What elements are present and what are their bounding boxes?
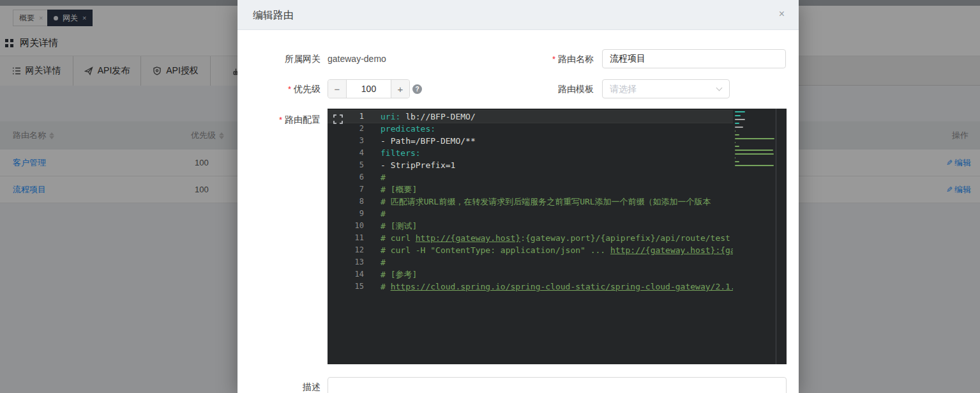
minimap-line [735, 157, 735, 158]
modal-header: 编辑路由 × [237, 0, 799, 30]
code-editor[interactable]: 1uri: lb://BFP-DEMO/2predicates:3- Path=… [328, 109, 787, 364]
increment-button[interactable]: + [391, 80, 409, 98]
minimap-line [735, 119, 745, 120]
code-line: 6# [328, 171, 733, 183]
code-line: 9# [328, 208, 733, 220]
template-select[interactable]: 请选择 [602, 79, 730, 98]
gateway-field-value: gateway-demo [328, 49, 386, 68]
close-icon[interactable]: × [779, 8, 785, 20]
modal-title: 编辑路由 [253, 9, 294, 22]
decrement-button[interactable]: − [328, 80, 346, 98]
minimap-line [735, 153, 774, 155]
select-placeholder: 请选择 [610, 84, 637, 94]
line-number: 10 [328, 220, 364, 232]
minimap-line [735, 115, 741, 116]
minimap-line [735, 161, 739, 162]
line-number: 14 [328, 268, 364, 281]
line-number: 4 [328, 147, 364, 159]
priority-stepper: − 100 + [328, 79, 410, 98]
line-number: 15 [328, 281, 364, 293]
code-line: 3- Path=/BFP-DEMO/** [328, 135, 733, 147]
code-line: 2predicates: [328, 123, 733, 135]
line-number: 6 [328, 171, 364, 183]
required-asterisk: * [288, 84, 291, 94]
code-line: 10# [测试] [328, 220, 733, 232]
fullscreen-icon[interactable] [333, 114, 343, 124]
line-number: 8 [328, 196, 364, 208]
code-line: 8# 匹配请求URL前缀，在转发请求到后端服务之前重写URL添加一个前缀（如添加… [328, 196, 733, 208]
line-number: 2 [328, 123, 364, 135]
line-number: 13 [328, 256, 364, 268]
route-name-label: *路由名称 [493, 49, 594, 69]
minimap-line [735, 142, 735, 143]
code-line: 5- StripPrefix=1 [328, 159, 733, 171]
config-label: *路由配置 [237, 110, 320, 130]
edit-route-modal: 编辑路由 × 所属网关 gateway-demo *路由名称 *优先级 − 10… [237, 0, 799, 393]
line-number: 3 [328, 135, 364, 147]
code-line: 1uri: lb://BFP-DEMO/ [328, 111, 733, 123]
code-line: 13# [328, 256, 733, 268]
route-name-input[interactable] [602, 49, 786, 68]
code-line: 15# https://cloud.spring.io/spring-cloud… [328, 281, 733, 293]
code-line: 12# curl -H "ContentType: application/js… [328, 244, 733, 256]
minimap-line [735, 165, 774, 166]
description-label: 描述 [237, 377, 320, 393]
line-number: 11 [328, 232, 364, 244]
code-line: 7# [概要] [328, 183, 733, 196]
template-label: 路由模板 [493, 79, 594, 98]
minimap-line [735, 127, 743, 128]
minimap-line [735, 111, 745, 112]
line-number: 9 [328, 208, 364, 220]
code-line: 4filters: [328, 147, 733, 159]
required-asterisk: * [552, 54, 555, 64]
priority-value[interactable]: 100 [346, 80, 391, 98]
code-line: 14# [参考] [328, 268, 733, 281]
chevron-down-icon [716, 85, 723, 91]
description-input[interactable] [328, 377, 787, 393]
minimap-line [735, 134, 739, 135]
gateway-field-label: 所属网关 [237, 49, 320, 68]
line-number: 12 [328, 244, 364, 256]
minimap-line [735, 146, 739, 147]
minimap-line [735, 123, 739, 124]
minimap[interactable] [733, 111, 776, 362]
priority-label: *优先级 [237, 79, 320, 99]
line-number: 7 [328, 183, 364, 196]
line-number: 5 [328, 159, 364, 171]
minimap-line [735, 150, 773, 151]
minimap-divider [776, 109, 776, 364]
code-lines[interactable]: 1uri: lb://BFP-DEMO/2predicates:3- Path=… [328, 109, 733, 364]
minimap-line [735, 138, 774, 139]
minimap-line [735, 130, 735, 132]
help-icon[interactable]: ? [412, 84, 422, 94]
required-asterisk: * [279, 115, 282, 125]
code-line: 11# curl http://{gateway.host}:{gateway.… [328, 232, 733, 244]
